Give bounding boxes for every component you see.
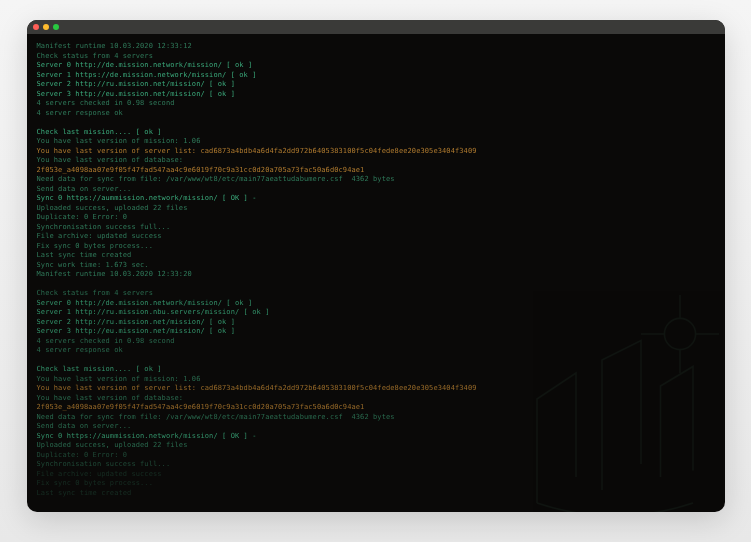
log-line: Last sync time created: [37, 251, 715, 261]
log-line: Fix sync 0 bytes process...: [37, 242, 715, 252]
close-icon[interactable]: [33, 24, 39, 30]
maximize-icon[interactable]: [53, 24, 59, 30]
log-line: Sync 0 https://aummission.network/missio…: [37, 194, 715, 204]
log-line: Duplicate: 0 Error: 0: [37, 213, 715, 223]
log-line: File archive: updated success: [37, 470, 715, 480]
log-line: Server 2 http://ru.mission.net/mission/ …: [37, 80, 715, 90]
log-line: Uploaded success, uploaded 22 files: [37, 441, 715, 451]
log-line: Server 2 http://ru.mission.net/mission/ …: [37, 318, 715, 328]
log-line: You have last version of server list: ca…: [37, 384, 715, 394]
log-line: Sync 0 https://aummission.network/missio…: [37, 432, 715, 442]
log-line: Manifest runtime 10.03.2020 12:33:20: [37, 270, 715, 280]
log-line: File archive: updated success: [37, 232, 715, 242]
log-line: Check status from 4 servers: [37, 289, 715, 299]
log-line: Manifest runtime 10.03.2020 12:33:12: [37, 42, 715, 52]
log-line: Send data on server...: [37, 185, 715, 195]
log-line: Need data for sync from file: /var/www/w…: [37, 175, 715, 185]
log-line: Server 1 https://de.mission.network/miss…: [37, 71, 715, 81]
log-line: 4 servers checked in 0.98 second: [37, 337, 715, 347]
log-line: Send data on server...: [37, 422, 715, 432]
log-line: Server 0 http://de.mission.network/missi…: [37, 61, 715, 71]
log-line: Server 3 http://eu.mission.net/mission/ …: [37, 90, 715, 100]
log-line: Last sync time created: [37, 489, 715, 499]
log-line: 4 server response ok: [37, 346, 715, 356]
log-line: Check last mission.... [ ok ]: [37, 128, 715, 138]
log-line: Server 0 http://de.mission.network/missi…: [37, 299, 715, 309]
log-line: You have last version of mission: 1.06: [37, 375, 715, 385]
log-line: Fix sync 0 bytes process...: [37, 479, 715, 489]
log-line: You have last version of mission: 1.06: [37, 137, 715, 147]
titlebar: [27, 20, 725, 34]
log-line: Synchronisation success full...: [37, 460, 715, 470]
minimize-icon[interactable]: [43, 24, 49, 30]
log-line: Check last mission.... [ ok ]: [37, 365, 715, 375]
blank-line: [37, 118, 715, 128]
log-line: Uploaded success, uploaded 22 files: [37, 204, 715, 214]
log-line: Synchronisation success full...: [37, 223, 715, 233]
log-line: Sync work time: 1.673 sec.: [37, 261, 715, 271]
log-line: You have last version of database:: [37, 394, 715, 404]
log-line: Server 1 http://ru.mission.nbu.servers/m…: [37, 308, 715, 318]
log-line: You have last version of database:: [37, 156, 715, 166]
blank-line: [37, 280, 715, 290]
log-line: 4 server response ok: [37, 109, 715, 119]
log-line: Duplicate: 0 Error: 0: [37, 451, 715, 461]
log-line: 2f053e_a4098aa07e9f05f47fad547aa4c9e6019…: [37, 403, 715, 413]
blank-line: [37, 356, 715, 366]
log-line: Server 3 http://eu.mission.net/mission/ …: [37, 327, 715, 337]
log-line: Check status from 4 servers: [37, 52, 715, 62]
log-line: 2f053e_a4098aa07e9f05f47fad547aa4c9e6019…: [37, 166, 715, 176]
terminal-output[interactable]: Manifest runtime 10.03.2020 12:33:12 Che…: [27, 34, 725, 512]
log-line: You have last version of server list: ca…: [37, 147, 715, 157]
log-line: Need data for sync from file: /var/www/w…: [37, 413, 715, 423]
log-line: 4 servers checked in 0.98 second: [37, 99, 715, 109]
terminal-window: Manifest runtime 10.03.2020 12:33:12 Che…: [27, 20, 725, 512]
